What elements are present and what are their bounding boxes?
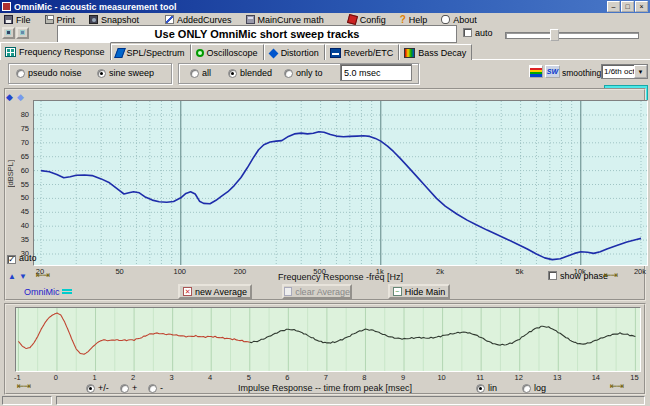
tick-label: 3 [170,373,174,382]
status-cell [2,396,52,405]
tick-label: 8 [362,373,366,382]
show-phase-checkbox[interactable]: show phase [548,271,608,281]
auto-checkbox-freq[interactable]: auto [7,253,37,264]
menu-snapshot[interactable]: Snapshot [89,15,139,25]
camera-icon [89,15,98,24]
y-tick-label: 50 [21,193,29,202]
radio-lin[interactable]: lin [476,383,497,393]
tick-label: 13 [553,373,561,382]
smoothing-label: smoothing [562,68,601,78]
legend-omnimic: OmniMic [24,287,60,297]
square-icon [20,30,25,35]
tab-bass-decay[interactable]: Bass Decay [399,44,472,60]
banner-message: Use ONLY OmniMic short sweep tracks [57,25,457,43]
app-icon [2,2,11,11]
y-tick-label: 65 [21,152,29,161]
maximize-button[interactable]: □ [621,1,634,12]
menu-config[interactable]: Config [348,15,386,25]
minimize-button[interactable]: – [607,1,620,12]
auto-checkbox-top[interactable]: auto [463,28,493,38]
printer-icon [45,15,54,24]
speech-bubble-icon [441,15,450,24]
clear-average-button[interactable]: clear Average [282,284,352,299]
radio-sine-sweep[interactable]: sine sweep [97,68,154,78]
y-tick-label: 80 [21,110,29,119]
mini-button-2[interactable] [16,27,29,39]
hide-main-icon: ~ [393,287,402,296]
radio-polarity-plus[interactable]: + [120,383,137,393]
range-right-icon[interactable]: ⇤⇥ [604,271,617,280]
help-question-icon: ? [400,15,406,24]
pan-up-icon[interactable]: ▲ [8,272,16,281]
legend-line-swatch [62,289,72,294]
title-bar: OmniMic - acoustic measurement tool – □ … [0,0,650,13]
radio-all[interactable]: all [190,68,211,78]
menu-help[interactable]: ?Help [400,15,428,25]
window-title: OmniMic - acoustic measurement tool [14,2,177,12]
close-button[interactable]: × [635,1,648,12]
impulse-range-left-icon[interactable]: ⇤⇥ [17,382,30,391]
tab-distortion[interactable]: Distortion [264,44,325,60]
colormap-button[interactable] [529,65,543,78]
chevron-down-icon[interactable]: ▼ [634,65,647,78]
scope-circle-icon [196,49,204,57]
checkbox-box [463,28,472,37]
tick-label: 10 [437,373,445,382]
menu-addedcurves[interactable]: AddedCurves [165,15,232,25]
radio-blended[interactable]: blended [228,68,272,78]
radio-pseudo-noise[interactable]: pseudo noise [16,68,82,78]
frequency-response-svg [34,101,647,265]
tick-label: 4 [208,373,212,382]
impulse-response-plot[interactable] [15,307,641,372]
tick-label: 0 [54,373,58,382]
curves-chart-icon [165,15,174,24]
radio-polarity-minus[interactable]: - [148,383,163,393]
y-tick-label: 75 [21,124,29,133]
frequency-response-plot[interactable] [33,100,648,266]
square-icon [6,30,11,35]
y-tick-label: 55 [21,180,29,189]
status-cell [56,396,645,405]
spark-icon [268,49,278,59]
radio-log[interactable]: log [522,383,546,393]
y-tick-label: 40 [21,221,29,230]
tab-oscilloscope[interactable]: Oscilloscope [191,44,264,60]
tick-label: 15 [630,373,638,382]
y-tick-label: 60 [21,166,29,175]
smoothing-value: 1/6th octave [602,67,634,76]
smoothing-select[interactable]: 1/6th octave ▼ [601,64,648,79]
menu-about[interactable]: About [441,15,477,25]
menu-print[interactable]: Print [45,15,76,25]
pen-icon [114,48,126,58]
level-slider[interactable] [505,29,639,41]
pan-down-icon[interactable]: ▼ [19,272,27,281]
radio-only-to[interactable]: only to [284,68,323,78]
slider-groove[interactable] [505,32,639,39]
blend-time-input[interactable] [340,64,412,81]
freq-y-axis: 8075706560555045403530 [0,100,32,266]
sw-button[interactable]: SW [545,65,560,78]
tab-reverb-etc[interactable]: Reverb/ETC [325,44,400,60]
mini-button-1[interactable] [2,27,15,39]
impulse-x-axis: -10123456789101112131415 [15,373,641,381]
menu-maincurve-math[interactable]: MainCurve math [246,15,324,25]
tick-label: 5 [247,373,251,382]
waterfall-icon [404,48,415,58]
tick-label: 7 [324,373,328,382]
new-average-button[interactable]: ✕ new Average [178,284,252,299]
radio-polarity-both[interactable]: +/- [86,383,109,393]
impulse-response-svg [16,308,640,371]
slider-thumb[interactable] [550,29,559,41]
tick-label: 14 [592,373,600,382]
y-tick-label: 70 [21,138,29,147]
tick-label: 2 [131,373,135,382]
hide-main-button[interactable]: ~ Hide Main [388,284,450,299]
tab-spl-spectrum[interactable]: SPL/Spectrum [111,44,191,60]
tab-frequency-response[interactable]: Frequency Response [0,42,111,60]
menu-file[interactable]: File [4,15,31,25]
calculator-icon [246,15,255,24]
status-bar [0,395,650,406]
tab-bar: Frequency Response SPL/Spectrum Oscillos… [0,43,650,60]
impulse-range-right-icon[interactable]: ⇤⇥ [610,382,623,391]
tick-label: 1 [92,373,96,382]
